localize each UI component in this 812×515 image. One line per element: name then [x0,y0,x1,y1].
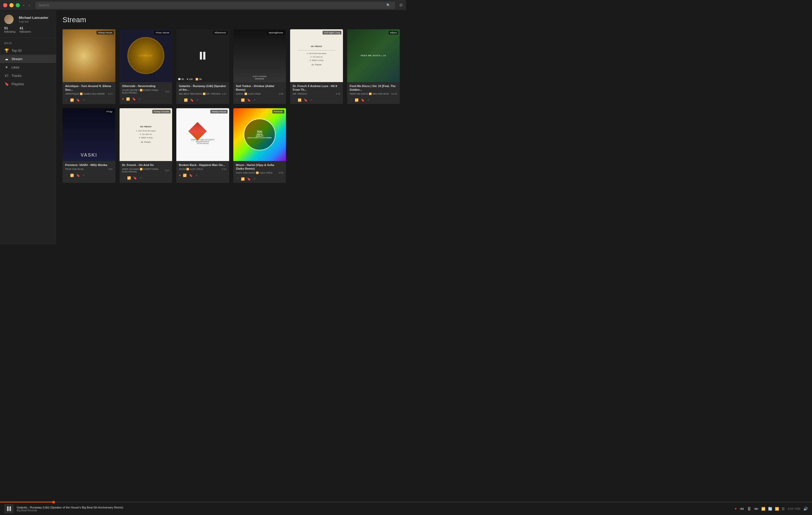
like-button[interactable]: ♡ [293,98,296,102]
avatar [4,14,13,24]
share-button[interactable]: ↗ [367,98,369,102]
maximize-button[interactable] [16,3,20,7]
track-title: Broken Back - Happiest Man On... [179,163,227,167]
main-layout: Michael Lancaster Log out 51 following 4… [0,10,406,244]
repost-button[interactable]: 🔁 [298,98,301,102]
settings-icon[interactable]: ⚙ [399,3,403,7]
sidebar-item-top50[interactable]: 🏆 Top 50 [0,46,56,55]
followers-stat: 41 followers [20,26,31,33]
track-card-broken[interactable]: HAPPIEST MAN ON EARTHBROKEN BACK(FDVM Re… [176,108,229,183]
track-meta: DEEP SOUNDS 🔁 EVERYTHING ELECTRONIC 4:37 [122,168,170,173]
tag-badge: #Trap [105,110,114,114]
track-artwork-aerotique: #Deep House [62,29,115,82]
share-button[interactable]: ↗ [139,176,142,180]
bookmark-icon: 🔖 [4,82,9,86]
track-artwork-misun: TDG MISUN HARLOT (VIJAY & SOFIA ZLATKO R… [233,108,286,161]
repost-button[interactable]: 🔁 [184,98,188,102]
nav-forward-button[interactable]: › [27,3,31,7]
track-card-misun[interactable]: TDG MISUN HARLOT (VIJAY & SOFIA ZLATKO R… [233,108,286,183]
sidebar-item-tracks[interactable]: 🏷 Tracks [0,71,56,80]
share-button[interactable]: ↗ [138,97,141,101]
nav-back-button[interactable]: ‹ [22,3,25,7]
track-info: Aérotique - Turn Around ft. Ellena Sou..… [62,82,115,97]
share-button[interactable]: ↗ [253,98,256,102]
like-button[interactable]: ♥ [122,97,124,101]
track-stats: 💬 95 ♥ 12K 🔁 3K [178,78,202,81]
track-card-vaski[interactable]: VASKI #Trap Premiere: VASKI - Willy Wonk… [62,108,115,183]
tag-badge: #Melodic [272,110,284,114]
tag-badge: #Deep House [96,31,114,34]
sidebar-item-playlists[interactable]: 🔖 Playlists [0,80,56,88]
tag-badge: #Electronic [213,31,228,34]
track-actions: ♡ 🔁 🔖 ↗ [62,97,115,104]
repost-button[interactable]: 🔁 [127,176,131,180]
tag-badge: #Deep House [210,110,227,114]
track-title: Misun - Harlot (Vijay & Sofia Zlatko Rem… [236,163,284,171]
like-button[interactable]: ♡ [236,177,239,181]
share-button[interactable]: ↗ [195,174,198,177]
repost-button[interactable]: 🔁 [355,98,359,102]
track-actions: ♡ 🔁 🔖 ↗ [233,176,286,183]
close-button[interactable] [3,3,7,7]
track-actions: ♡ 🔁 🔖 ↗ [176,97,229,104]
bookmark-button[interactable]: 🔖 [132,97,136,101]
like-button[interactable]: ♡ [236,98,239,102]
share-button[interactable]: ↗ [310,98,312,102]
bookmark-button[interactable]: 🔖 [247,177,251,181]
sidebar-item-likes[interactable]: ♥ Likes [0,63,56,71]
search-icon: 🔍 [386,3,390,7]
track-card-drfresch2[interactable]: DR. FRESCH 1. Hit it from the back 2. On… [120,108,172,183]
track-card-feedme[interactable]: FEED ME DISCO | 10 #disco Feed Me Disco … [347,29,400,104]
logout-link[interactable]: Log out [19,20,49,23]
bookmark-button[interactable]: 🔖 [133,176,137,180]
repost-button[interactable]: 🔁 [70,174,74,177]
repost-button[interactable]: 🔁 [241,98,245,102]
sidebar-label-top50: Top 50 [11,49,22,53]
repost-button[interactable]: 🔁 [241,177,245,181]
track-artwork-drfresch1: DR. FRESCH 1. Hit it from the back 2. On… [290,29,343,82]
track-card-galantis[interactable]: #Electronic 💬 95 ♥ 12K 🔁 3K Galantis - R… [176,29,229,104]
track-card-sofitukker[interactable]: SOFI TUKKERDRINKEE #portughouse Sofi Tuk… [233,29,286,104]
track-card-drfresch1[interactable]: DR. FRESCH 1. Hit it from the back 2. On… [290,29,343,104]
bookmark-button[interactable]: 🔖 [189,174,193,177]
like-button[interactable]: ♥ [179,174,181,177]
track-title: Dr. Fresch - On And On [122,163,170,167]
tag-badge: #Your Secret [154,31,171,34]
like-button[interactable]: ♡ [350,98,353,102]
share-button[interactable]: ↗ [196,98,199,102]
share-button[interactable]: ↗ [253,177,256,181]
bookmark-button[interactable]: 🔖 [76,174,80,177]
tag-badge: #Deep Sounds [152,110,171,114]
like-button[interactable]: ♡ [179,98,182,102]
like-button[interactable]: ♡ [65,174,68,177]
track-actions: ♡ 🔁 🔖 ↗ [62,173,115,179]
track-title: Dr. Fresch X Andrew Luce - Hit It From T… [293,84,340,92]
tracks-grid: #Deep House Aérotique - Turn Around ft. … [62,29,400,183]
track-title: Sofi Tukker - Drinkee (Addal Remix) [236,84,284,92]
track-card-aerotique[interactable]: #Deep House Aérotique - Turn Around ft. … [62,29,115,104]
track-title: Otherside - Neverending [122,84,170,88]
bookmark-button[interactable]: 🔖 [76,98,80,102]
sidebar-item-stream[interactable]: ☁ Stream [0,55,56,63]
track-info: Sofi Tukker - Drinkee (Addal Remix) ADDA… [233,82,286,97]
track-actions: ♡ 🔁 🔖 ↗ [233,97,286,104]
track-artwork-galantis: #Electronic 💬 95 ♥ 12K 🔁 3K [176,29,229,82]
bookmark-button[interactable]: 🔖 [190,98,194,102]
track-info: Broken Back - Happiest Man On... FDVM 🔁 … [176,161,229,173]
share-button[interactable]: ↗ [82,174,85,177]
track-card-otherside[interactable]: OTHERSIDE #Your Secret Otherside - Never… [120,29,172,104]
search-input[interactable] [35,2,395,9]
track-title: Premiere: VASKI - Willy Wonka [65,163,113,167]
bookmark-button[interactable]: 🔖 [247,98,251,102]
share-button[interactable]: ↗ [82,98,85,102]
tag-badge: #portughouse [267,31,284,34]
repost-button[interactable]: 🔁 [183,174,187,177]
repost-button[interactable]: 🔁 [70,98,74,102]
like-button[interactable]: ♡ [122,176,125,180]
like-button[interactable]: ♡ [65,98,68,102]
minimize-button[interactable] [9,3,13,7]
track-info: Misun - Harlot (Vijay & Sofia Zlatko Rem… [233,161,286,177]
bookmark-button[interactable]: 🔖 [304,98,308,102]
repost-button[interactable]: 🔁 [126,97,130,101]
bookmark-button[interactable]: 🔖 [361,98,365,102]
